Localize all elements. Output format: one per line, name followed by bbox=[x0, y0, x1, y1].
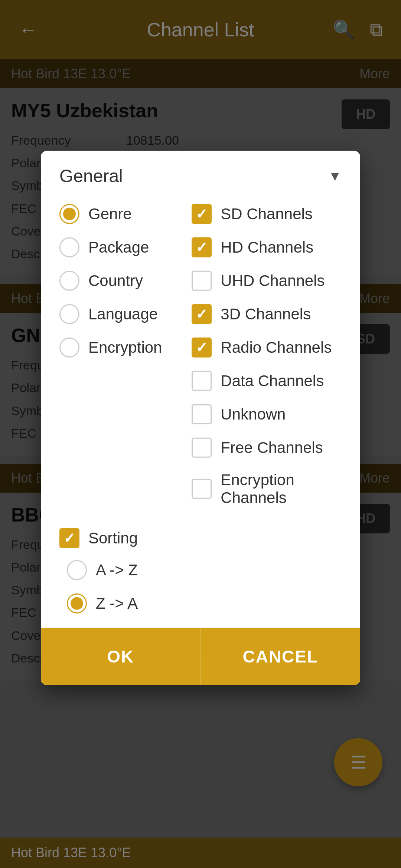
checkbox-encryption-channels[interactable]: Encryption Channels bbox=[192, 464, 342, 513]
checkbox-radio-channels[interactable]: ✓ Radio Channels bbox=[192, 331, 342, 364]
checkbox-unknown[interactable]: Unknown bbox=[192, 398, 342, 431]
sorting-section: ✓ Sorting A -> Z Z -> A bbox=[41, 525, 360, 628]
data-channels-label: Data Channels bbox=[221, 372, 324, 390]
radio-encryption-button[interactable] bbox=[59, 338, 79, 358]
checkbox-uhd-button[interactable] bbox=[192, 271, 212, 291]
language-label: Language bbox=[88, 305, 158, 323]
checkbox-sorting-button[interactable]: ✓ bbox=[59, 528, 79, 548]
checkmark-sorting: ✓ bbox=[63, 531, 75, 545]
dropdown-icon[interactable]: ▼ bbox=[328, 168, 342, 184]
checkbox-hd-channels[interactable]: ✓ HD Channels bbox=[192, 231, 342, 264]
checkbox-encryption-button[interactable] bbox=[192, 479, 212, 499]
radio-a-z-button[interactable] bbox=[67, 560, 87, 580]
country-label: Country bbox=[88, 272, 143, 290]
checkbox-radio-button[interactable]: ✓ bbox=[192, 338, 212, 358]
free-channels-label: Free Channels bbox=[221, 439, 323, 457]
genre-label: Genre bbox=[88, 205, 132, 223]
hd-channels-label: HD Channels bbox=[221, 239, 313, 256]
radio-genre-inner bbox=[63, 208, 76, 220]
dialog-body: Genre Package Country Language Encryptio… bbox=[41, 194, 360, 525]
checkbox-free-button[interactable] bbox=[192, 438, 212, 458]
radio-language[interactable]: Language bbox=[59, 297, 184, 331]
sorting-header: ✓ Sorting bbox=[59, 528, 342, 548]
package-label: Package bbox=[88, 239, 149, 256]
unknown-label: Unknown bbox=[221, 405, 286, 423]
radio-z-a-inner bbox=[71, 597, 83, 610]
checkbox-hd-button[interactable]: ✓ bbox=[192, 237, 212, 257]
checkmark-hd: ✓ bbox=[196, 240, 208, 254]
3d-channels-label: 3D Channels bbox=[221, 305, 311, 323]
checkbox-unknown-button[interactable] bbox=[192, 404, 212, 424]
uhd-channels-label: UHD Channels bbox=[221, 272, 325, 290]
encryption-channels-label: Encryption Channels bbox=[221, 471, 342, 507]
radio-language-button[interactable] bbox=[59, 304, 79, 324]
z-a-label: Z -> A bbox=[96, 595, 138, 612]
checkmark-radio: ✓ bbox=[196, 341, 208, 355]
checkbox-data-channels[interactable]: Data Channels bbox=[192, 364, 342, 398]
sorting-label: Sorting bbox=[88, 529, 138, 547]
a-z-label: A -> Z bbox=[96, 561, 138, 579]
radio-z-a-button[interactable] bbox=[67, 594, 87, 614]
checkbox-free-channels[interactable]: Free Channels bbox=[192, 431, 342, 464]
filter-dialog: General ▼ Genre Package Country La bbox=[41, 151, 360, 685]
radio-package-button[interactable] bbox=[59, 237, 79, 257]
radio-package[interactable]: Package bbox=[59, 231, 184, 264]
checkbox-data-button[interactable] bbox=[192, 371, 212, 391]
radio-country-button[interactable] bbox=[59, 271, 79, 291]
checkmark-3d: ✓ bbox=[196, 307, 208, 321]
checkbox-3d-button[interactable]: ✓ bbox=[192, 304, 212, 324]
right-column: ✓ SD Channels ✓ HD Channels UHD Channels… bbox=[192, 197, 342, 513]
sorting-options: A -> Z Z -> A bbox=[59, 553, 342, 620]
radio-genre-button[interactable] bbox=[59, 204, 79, 224]
radio-encryption[interactable]: Encryption bbox=[59, 331, 184, 364]
checkbox-uhd-channels[interactable]: UHD Channels bbox=[192, 264, 342, 297]
left-column: Genre Package Country Language Encryptio… bbox=[59, 197, 184, 513]
checkmark-sd: ✓ bbox=[196, 207, 208, 221]
checkbox-sd-button[interactable]: ✓ bbox=[192, 204, 212, 224]
sd-channels-label: SD Channels bbox=[221, 205, 312, 223]
dialog-header: General ▼ bbox=[41, 151, 360, 194]
dialog-buttons: OK CANCEL bbox=[41, 628, 360, 685]
checkbox-sd-channels[interactable]: ✓ SD Channels bbox=[192, 197, 342, 231]
radio-channels-label: Radio Channels bbox=[221, 339, 332, 356]
ok-button[interactable]: OK bbox=[41, 628, 201, 685]
dialog-title: General bbox=[59, 166, 123, 186]
radio-country[interactable]: Country bbox=[59, 264, 184, 297]
radio-a-z[interactable]: A -> Z bbox=[67, 553, 342, 587]
radio-genre[interactable]: Genre bbox=[59, 197, 184, 231]
radio-z-a[interactable]: Z -> A bbox=[67, 587, 342, 620]
checkbox-3d-channels[interactable]: ✓ 3D Channels bbox=[192, 297, 342, 331]
encryption-label: Encryption bbox=[88, 339, 162, 356]
cancel-button[interactable]: CANCEL bbox=[201, 628, 361, 685]
